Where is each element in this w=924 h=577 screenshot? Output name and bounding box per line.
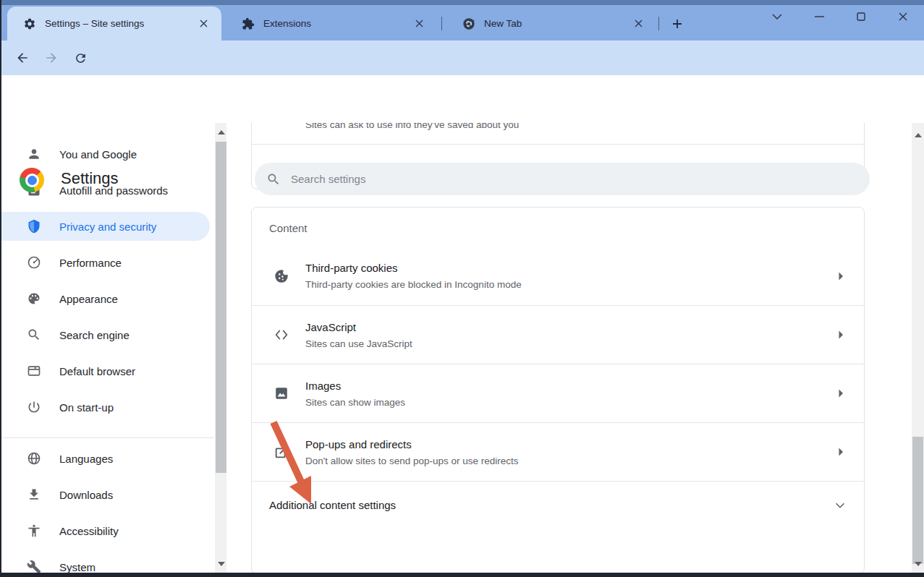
sidebar-item-you-and-google[interactable]: You and Google: [0, 140, 210, 168]
sidebar-item-default-browser[interactable]: Default browser: [0, 356, 210, 385]
chevron-right-icon: [835, 329, 847, 341]
sidebar-scrollbar[interactable]: [215, 123, 227, 573]
row-images[interactable]: ImagesSites can show images: [252, 364, 864, 422]
sidebar-item-downloads[interactable]: Downloads: [0, 480, 210, 509]
window-edge: [0, 573, 924, 577]
row-title: JavaScript: [305, 321, 835, 333]
maximize-button[interactable]: [840, 2, 882, 31]
chrome-icon: [462, 17, 475, 30]
scrollbar-thumb[interactable]: [912, 437, 923, 564]
page-scrollbar[interactable]: [912, 123, 924, 573]
sidebar-item-appearance[interactable]: Appearance: [0, 284, 210, 313]
sidebar-item-performance[interactable]: Performance: [0, 248, 210, 277]
maximize-icon: [857, 12, 865, 21]
row-title: Images: [305, 380, 835, 392]
minimize-button[interactable]: [798, 2, 840, 31]
browser-window: Settings – Site settings Extensions New …: [0, 0, 924, 577]
tab-strip: Settings – Site settings Extensions New …: [0, 0, 924, 40]
close-icon: [200, 20, 208, 27]
tab-separator: [441, 17, 442, 30]
close-icon: [635, 20, 643, 27]
section-header: Content: [269, 222, 308, 234]
scroll-down-button[interactable]: [912, 557, 924, 570]
row-subtitle: Third-party cookies are blocked in Incog…: [305, 279, 835, 290]
chevron-right-icon: [835, 388, 847, 399]
back-button[interactable]: [10, 46, 35, 70]
row-title: Pop-ups and redirects: [305, 438, 835, 450]
row-subtitle: Sites can use JavaScript: [305, 338, 835, 349]
globe-icon: [27, 451, 41, 466]
code-icon: [274, 327, 289, 343]
sidebar-item-privacy-and-security[interactable]: Privacy and security: [0, 212, 210, 241]
popup-icon: [274, 444, 289, 460]
tab-title: Settings – Site settings: [45, 18, 188, 29]
tab-separator: [658, 17, 659, 30]
image-icon: [274, 385, 289, 401]
search-icon: [266, 172, 281, 187]
wrench-icon: [27, 560, 41, 574]
chevron-down-icon: [834, 499, 847, 512]
forward-button[interactable]: [39, 46, 64, 70]
power-icon: [27, 400, 41, 414]
browser-toolbar: Chrome chrome://settings/content: [0, 40, 924, 75]
content-card: Content Third-party cookiesThird-party c…: [251, 207, 865, 574]
clipped-permissions-text: Sites can ask to use info they've saved …: [305, 123, 519, 130]
row-subtitle: Don't allow sites to send pop-ups or use…: [305, 456, 835, 466]
row-subtitle: Sites can show images: [305, 397, 835, 408]
settings-header: Settings Search settings: [0, 75, 924, 123]
tab-title: Extensions: [263, 18, 404, 29]
reload-button[interactable]: [68, 46, 93, 70]
speedometer-icon: [27, 255, 41, 270]
gear-icon: [23, 17, 36, 30]
tab-new-tab[interactable]: New Tab: [446, 7, 656, 40]
tab-close-button[interactable]: [630, 16, 646, 32]
triangle-up-icon: [915, 133, 922, 137]
person-icon: [27, 147, 41, 161]
tab-search-button[interactable]: [756, 2, 798, 31]
tab-settings[interactable]: Settings – Site settings: [7, 7, 221, 40]
back-icon: [15, 51, 30, 65]
chrome-logo: [20, 168, 44, 192]
chevron-down-icon: [772, 14, 782, 20]
reload-icon: [74, 51, 88, 65]
chevron-right-icon: [835, 270, 847, 282]
close-icon: [899, 12, 907, 21]
sidebar-item-accessibility[interactable]: Accessibility: [0, 516, 210, 545]
close-icon: [415, 20, 423, 27]
download-icon: [27, 487, 41, 502]
tab-close-button[interactable]: [411, 16, 427, 32]
new-tab-button[interactable]: [667, 14, 687, 34]
search-placeholder: Search settings: [291, 173, 365, 185]
palette-icon: [27, 291, 41, 306]
tab-close-button[interactable]: [195, 16, 211, 32]
sidebar-item-languages[interactable]: Languages: [0, 444, 210, 473]
triangle-down-icon: [218, 562, 225, 566]
scrollbar-thumb[interactable]: [216, 142, 226, 473]
row-third-party-cookies[interactable]: Third-party cookiesThird-party cookies a…: [252, 247, 864, 305]
search-input[interactable]: Search settings: [255, 163, 870, 195]
scroll-down-button[interactable]: [215, 557, 227, 570]
puzzle-icon: [242, 17, 255, 30]
close-window-button[interactable]: [882, 2, 924, 31]
scroll-up-button[interactable]: [912, 129, 924, 141]
page-title: Settings: [61, 169, 119, 188]
row-javascript[interactable]: JavaScriptSites can use JavaScript: [252, 305, 864, 364]
triangle-up-icon: [218, 130, 225, 134]
chevron-right-icon: [835, 446, 847, 458]
plus-icon: [672, 19, 682, 29]
shield-icon: [27, 219, 41, 234]
sidebar-item-search-engine[interactable]: Search engine: [0, 320, 210, 349]
search-icon: [27, 328, 41, 342]
tab-extensions[interactable]: Extensions: [226, 7, 437, 40]
cookie-icon: [274, 268, 289, 284]
sidebar-item-on-startup[interactable]: On start-up: [0, 393, 210, 422]
forward-icon: [44, 51, 59, 65]
sidebar-divider: [0, 437, 214, 438]
accessibility-icon: [27, 523, 41, 538]
tab-title: New Tab: [484, 18, 623, 29]
window-edge: [0, 0, 1, 577]
additional-content-settings-row[interactable]: Additional content settings: [252, 481, 864, 529]
triangle-down-icon: [915, 562, 922, 566]
row-popups-redirects[interactable]: Pop-ups and redirectsDon't allow sites t…: [252, 422, 864, 481]
scroll-up-button[interactable]: [215, 126, 227, 138]
